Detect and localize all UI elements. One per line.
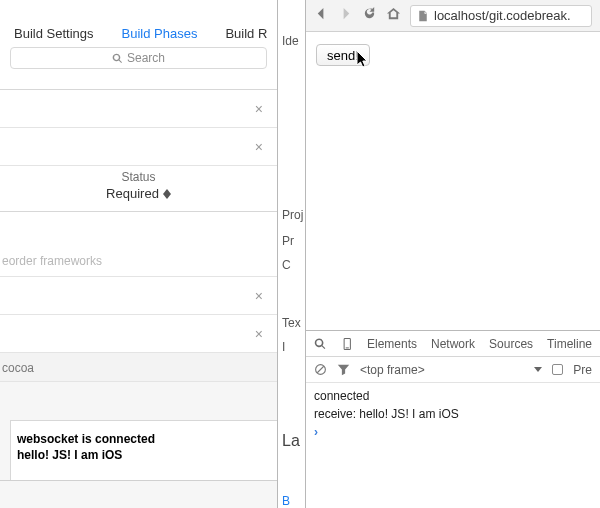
- mouse-cursor-icon: [356, 50, 370, 72]
- reload-button[interactable]: [362, 6, 377, 25]
- close-icon[interactable]: ×: [255, 288, 263, 304]
- svg-line-3: [317, 366, 324, 373]
- frame-label: <top frame>: [360, 363, 425, 377]
- search-icon: [112, 53, 123, 64]
- inspector-bu-label: B: [282, 494, 290, 508]
- status-header: Status: [0, 166, 277, 186]
- file-icon: [417, 10, 429, 22]
- url-text: localhost/git.codebreak.: [434, 8, 571, 23]
- address-bar[interactable]: localhost/git.codebreak.: [410, 5, 592, 27]
- phase-row[interactable]: ×: [0, 128, 277, 166]
- frame-selector[interactable]: <top frame>: [360, 363, 425, 377]
- tab-elements[interactable]: Elements: [367, 337, 417, 351]
- page-content: send!: [306, 32, 600, 330]
- back-button[interactable]: [314, 6, 329, 25]
- inspector-text-label: Tex: [282, 316, 301, 330]
- console-line: receive: hello! JS! I am iOS: [314, 405, 592, 423]
- tab-build-rules[interactable]: Build R: [225, 26, 267, 41]
- home-button[interactable]: [386, 6, 401, 25]
- preserve-log-checkbox[interactable]: [552, 364, 563, 375]
- xcode-footer: [0, 480, 277, 508]
- devtools-tabs: Elements Network Sources Timeline: [306, 331, 600, 357]
- close-icon[interactable]: ×: [255, 101, 263, 117]
- console-line: websocket is connected: [17, 431, 271, 447]
- preserve-log-label: Pre: [573, 363, 592, 377]
- tab-sources[interactable]: Sources: [489, 337, 533, 351]
- devtools: Elements Network Sources Timeline <top f…: [306, 330, 600, 508]
- inspector-la-label: La: [282, 432, 300, 450]
- close-icon[interactable]: ×: [255, 326, 263, 342]
- xcode-inspector-strip: Ide Proj Pr C Tex I La B: [278, 0, 306, 508]
- section-cocoa: cocoa: [0, 353, 277, 382]
- close-icon[interactable]: ×: [255, 139, 263, 155]
- inspector-row: Pr: [282, 234, 294, 248]
- console-line: hello! JS! I am iOS: [17, 447, 271, 463]
- devtools-console-toolbar: <top frame> Pre: [306, 357, 600, 383]
- phase-row[interactable]: ×: [0, 90, 277, 128]
- browser-toolbar: localhost/git.codebreak.: [306, 0, 600, 32]
- xcode-tabs: Build Settings Build Phases Build R: [0, 22, 277, 47]
- reorder-hint: eorder frameworks: [0, 246, 277, 277]
- xcode-pane: Build Settings Build Phases Build R Sear…: [0, 0, 278, 508]
- search-input[interactable]: Search: [10, 47, 267, 69]
- required-select[interactable]: Required: [0, 186, 277, 211]
- tab-build-phases[interactable]: Build Phases: [122, 26, 198, 41]
- stepper-icon: [163, 189, 171, 199]
- inspector-identity-label: Ide: [282, 34, 299, 48]
- tab-network[interactable]: Network: [431, 337, 475, 351]
- search-placeholder: Search: [127, 51, 165, 65]
- console-line: connected: [314, 387, 592, 405]
- phase-row[interactable]: ×: [0, 315, 277, 353]
- inspector-row: C: [282, 258, 291, 272]
- tab-timeline[interactable]: Timeline: [547, 337, 592, 351]
- filter-icon[interactable]: [337, 363, 350, 376]
- dropdown-icon[interactable]: [534, 367, 542, 372]
- phase-row[interactable]: ×: [0, 277, 277, 315]
- devtools-console[interactable]: connected receive: hello! JS! I am iOS ›: [306, 383, 600, 508]
- inspector-project-label: Proj: [282, 208, 303, 222]
- inspector-row: I: [282, 340, 285, 354]
- search-icon[interactable]: [314, 337, 327, 351]
- xcode-console[interactable]: websocket is connected hello! JS! I am i…: [10, 420, 277, 480]
- tab-build-settings[interactable]: Build Settings: [14, 26, 94, 41]
- forward-button: [338, 6, 353, 25]
- browser-window: localhost/git.codebreak. send! Elements …: [306, 0, 600, 508]
- device-icon[interactable]: [341, 337, 354, 351]
- clear-icon[interactable]: [314, 363, 327, 376]
- console-prompt-icon: ›: [314, 425, 318, 439]
- required-value: Required: [106, 186, 159, 201]
